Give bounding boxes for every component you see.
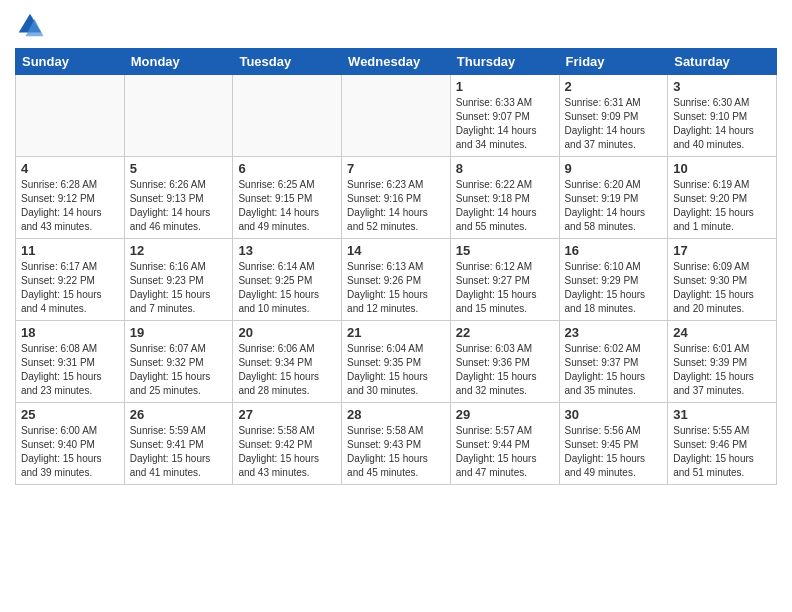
day-info: Sunrise: 6:02 AM Sunset: 9:37 PM Dayligh…	[565, 342, 663, 398]
day-cell: 30Sunrise: 5:56 AM Sunset: 9:45 PM Dayli…	[559, 403, 668, 485]
day-cell: 17Sunrise: 6:09 AM Sunset: 9:30 PM Dayli…	[668, 239, 777, 321]
day-cell: 31Sunrise: 5:55 AM Sunset: 9:46 PM Dayli…	[668, 403, 777, 485]
day-cell: 25Sunrise: 6:00 AM Sunset: 9:40 PM Dayli…	[16, 403, 125, 485]
day-info: Sunrise: 6:23 AM Sunset: 9:16 PM Dayligh…	[347, 178, 445, 234]
week-row-1: 4Sunrise: 6:28 AM Sunset: 9:12 PM Daylig…	[16, 157, 777, 239]
day-cell: 5Sunrise: 6:26 AM Sunset: 9:13 PM Daylig…	[124, 157, 233, 239]
logo	[15, 10, 49, 40]
calendar: SundayMondayTuesdayWednesdayThursdayFrid…	[15, 48, 777, 485]
weekday-header-wednesday: Wednesday	[342, 49, 451, 75]
day-info: Sunrise: 6:01 AM Sunset: 9:39 PM Dayligh…	[673, 342, 771, 398]
day-info: Sunrise: 6:06 AM Sunset: 9:34 PM Dayligh…	[238, 342, 336, 398]
day-number: 27	[238, 407, 336, 422]
day-cell	[16, 75, 125, 157]
day-info: Sunrise: 5:57 AM Sunset: 9:44 PM Dayligh…	[456, 424, 554, 480]
day-info: Sunrise: 5:58 AM Sunset: 9:43 PM Dayligh…	[347, 424, 445, 480]
day-info: Sunrise: 5:59 AM Sunset: 9:41 PM Dayligh…	[130, 424, 228, 480]
day-number: 26	[130, 407, 228, 422]
day-number: 25	[21, 407, 119, 422]
weekday-header-friday: Friday	[559, 49, 668, 75]
day-info: Sunrise: 5:56 AM Sunset: 9:45 PM Dayligh…	[565, 424, 663, 480]
day-cell: 22Sunrise: 6:03 AM Sunset: 9:36 PM Dayli…	[450, 321, 559, 403]
day-number: 21	[347, 325, 445, 340]
week-row-0: 1Sunrise: 6:33 AM Sunset: 9:07 PM Daylig…	[16, 75, 777, 157]
day-number: 17	[673, 243, 771, 258]
day-cell: 2Sunrise: 6:31 AM Sunset: 9:09 PM Daylig…	[559, 75, 668, 157]
week-row-3: 18Sunrise: 6:08 AM Sunset: 9:31 PM Dayli…	[16, 321, 777, 403]
day-info: Sunrise: 5:58 AM Sunset: 9:42 PM Dayligh…	[238, 424, 336, 480]
day-cell: 11Sunrise: 6:17 AM Sunset: 9:22 PM Dayli…	[16, 239, 125, 321]
day-cell: 13Sunrise: 6:14 AM Sunset: 9:25 PM Dayli…	[233, 239, 342, 321]
day-cell: 29Sunrise: 5:57 AM Sunset: 9:44 PM Dayli…	[450, 403, 559, 485]
day-number: 16	[565, 243, 663, 258]
weekday-header-monday: Monday	[124, 49, 233, 75]
day-cell: 6Sunrise: 6:25 AM Sunset: 9:15 PM Daylig…	[233, 157, 342, 239]
day-info: Sunrise: 6:12 AM Sunset: 9:27 PM Dayligh…	[456, 260, 554, 316]
day-number: 12	[130, 243, 228, 258]
day-cell: 7Sunrise: 6:23 AM Sunset: 9:16 PM Daylig…	[342, 157, 451, 239]
day-info: Sunrise: 6:33 AM Sunset: 9:07 PM Dayligh…	[456, 96, 554, 152]
day-cell	[233, 75, 342, 157]
header	[15, 10, 777, 40]
day-info: Sunrise: 6:13 AM Sunset: 9:26 PM Dayligh…	[347, 260, 445, 316]
day-info: Sunrise: 6:17 AM Sunset: 9:22 PM Dayligh…	[21, 260, 119, 316]
day-cell: 20Sunrise: 6:06 AM Sunset: 9:34 PM Dayli…	[233, 321, 342, 403]
day-info: Sunrise: 6:08 AM Sunset: 9:31 PM Dayligh…	[21, 342, 119, 398]
day-number: 30	[565, 407, 663, 422]
day-cell: 19Sunrise: 6:07 AM Sunset: 9:32 PM Dayli…	[124, 321, 233, 403]
day-number: 28	[347, 407, 445, 422]
day-info: Sunrise: 6:19 AM Sunset: 9:20 PM Dayligh…	[673, 178, 771, 234]
page: SundayMondayTuesdayWednesdayThursdayFrid…	[0, 0, 792, 612]
day-number: 20	[238, 325, 336, 340]
day-number: 6	[238, 161, 336, 176]
day-number: 24	[673, 325, 771, 340]
day-cell: 23Sunrise: 6:02 AM Sunset: 9:37 PM Dayli…	[559, 321, 668, 403]
day-info: Sunrise: 6:07 AM Sunset: 9:32 PM Dayligh…	[130, 342, 228, 398]
day-cell: 26Sunrise: 5:59 AM Sunset: 9:41 PM Dayli…	[124, 403, 233, 485]
day-cell	[342, 75, 451, 157]
logo-icon	[15, 10, 45, 40]
day-number: 10	[673, 161, 771, 176]
day-info: Sunrise: 6:04 AM Sunset: 9:35 PM Dayligh…	[347, 342, 445, 398]
day-number: 14	[347, 243, 445, 258]
day-cell: 4Sunrise: 6:28 AM Sunset: 9:12 PM Daylig…	[16, 157, 125, 239]
day-cell: 9Sunrise: 6:20 AM Sunset: 9:19 PM Daylig…	[559, 157, 668, 239]
day-number: 19	[130, 325, 228, 340]
day-number: 2	[565, 79, 663, 94]
day-cell: 10Sunrise: 6:19 AM Sunset: 9:20 PM Dayli…	[668, 157, 777, 239]
day-info: Sunrise: 6:28 AM Sunset: 9:12 PM Dayligh…	[21, 178, 119, 234]
weekday-header-sunday: Sunday	[16, 49, 125, 75]
day-cell: 24Sunrise: 6:01 AM Sunset: 9:39 PM Dayli…	[668, 321, 777, 403]
day-cell: 15Sunrise: 6:12 AM Sunset: 9:27 PM Dayli…	[450, 239, 559, 321]
day-number: 18	[21, 325, 119, 340]
day-info: Sunrise: 6:00 AM Sunset: 9:40 PM Dayligh…	[21, 424, 119, 480]
day-info: Sunrise: 6:20 AM Sunset: 9:19 PM Dayligh…	[565, 178, 663, 234]
weekday-header-tuesday: Tuesday	[233, 49, 342, 75]
day-cell: 28Sunrise: 5:58 AM Sunset: 9:43 PM Dayli…	[342, 403, 451, 485]
day-number: 9	[565, 161, 663, 176]
day-cell: 3Sunrise: 6:30 AM Sunset: 9:10 PM Daylig…	[668, 75, 777, 157]
week-row-4: 25Sunrise: 6:00 AM Sunset: 9:40 PM Dayli…	[16, 403, 777, 485]
day-info: Sunrise: 6:09 AM Sunset: 9:30 PM Dayligh…	[673, 260, 771, 316]
day-info: Sunrise: 6:14 AM Sunset: 9:25 PM Dayligh…	[238, 260, 336, 316]
day-cell: 14Sunrise: 6:13 AM Sunset: 9:26 PM Dayli…	[342, 239, 451, 321]
day-info: Sunrise: 6:30 AM Sunset: 9:10 PM Dayligh…	[673, 96, 771, 152]
day-info: Sunrise: 5:55 AM Sunset: 9:46 PM Dayligh…	[673, 424, 771, 480]
day-number: 8	[456, 161, 554, 176]
day-info: Sunrise: 6:22 AM Sunset: 9:18 PM Dayligh…	[456, 178, 554, 234]
day-info: Sunrise: 6:26 AM Sunset: 9:13 PM Dayligh…	[130, 178, 228, 234]
day-info: Sunrise: 6:16 AM Sunset: 9:23 PM Dayligh…	[130, 260, 228, 316]
weekday-header-row: SundayMondayTuesdayWednesdayThursdayFrid…	[16, 49, 777, 75]
day-number: 7	[347, 161, 445, 176]
day-info: Sunrise: 6:03 AM Sunset: 9:36 PM Dayligh…	[456, 342, 554, 398]
day-number: 23	[565, 325, 663, 340]
day-number: 1	[456, 79, 554, 94]
day-cell: 1Sunrise: 6:33 AM Sunset: 9:07 PM Daylig…	[450, 75, 559, 157]
day-number: 15	[456, 243, 554, 258]
day-number: 5	[130, 161, 228, 176]
day-number: 3	[673, 79, 771, 94]
day-cell: 12Sunrise: 6:16 AM Sunset: 9:23 PM Dayli…	[124, 239, 233, 321]
day-number: 31	[673, 407, 771, 422]
day-number: 22	[456, 325, 554, 340]
day-cell: 27Sunrise: 5:58 AM Sunset: 9:42 PM Dayli…	[233, 403, 342, 485]
